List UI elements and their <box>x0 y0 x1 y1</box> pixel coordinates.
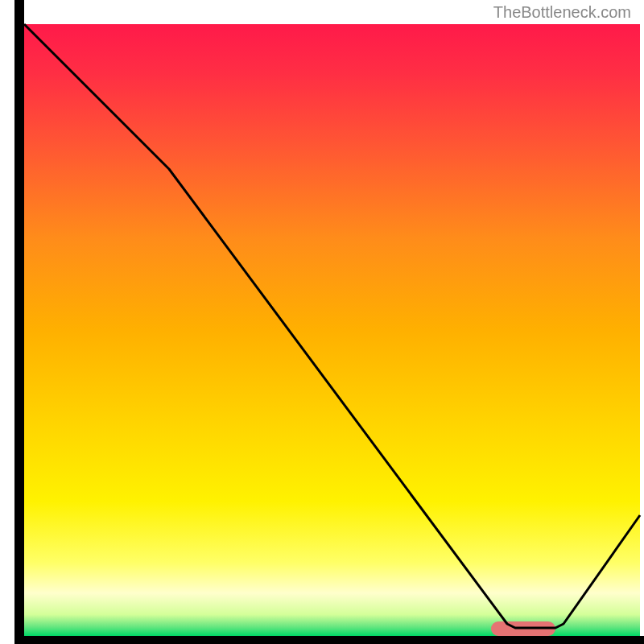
x-axis-border <box>14 636 644 644</box>
y-axis-border <box>14 0 24 644</box>
bottleneck-chart: TheBottleneck.com <box>0 0 644 644</box>
chart-svg <box>0 0 644 644</box>
watermark-text: TheBottleneck.com <box>493 3 631 22</box>
